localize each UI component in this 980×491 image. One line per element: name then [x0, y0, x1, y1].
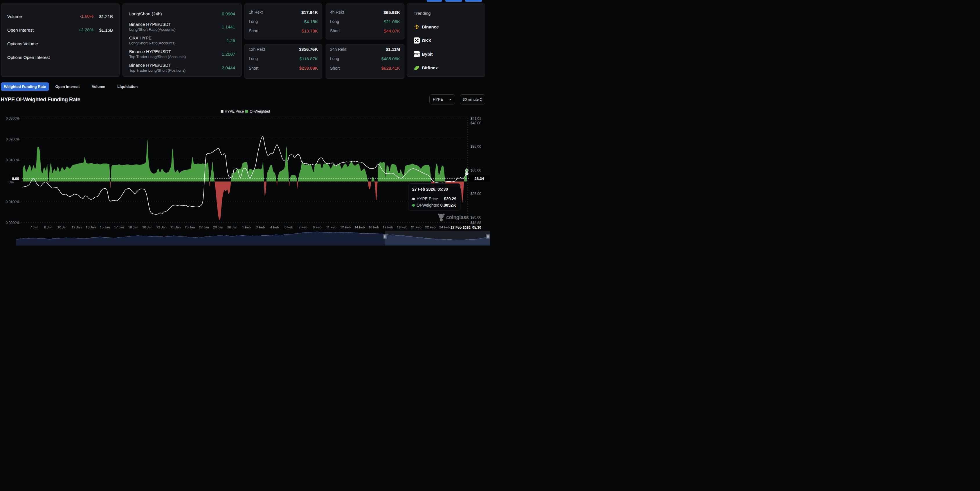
svg-text:1 Feb: 1 Feb: [242, 226, 250, 229]
svg-text:0.0200%: 0.0200%: [6, 137, 20, 141]
svg-text:9 Feb: 9 Feb: [313, 226, 321, 229]
svg-text:4 Feb: 4 Feb: [270, 226, 279, 229]
svg-text:10 Jan: 10 Jan: [57, 226, 68, 229]
svg-text:0.00: 0.00: [12, 177, 19, 181]
svg-text:$30.00: $30.00: [471, 168, 481, 172]
svg-text:$35.00: $35.00: [471, 145, 481, 149]
svg-text:28 Jan: 28 Jan: [213, 226, 223, 229]
svg-text:$40.00: $40.00: [471, 121, 481, 125]
svg-text:14 Feb: 14 Feb: [355, 226, 365, 229]
svg-text:27 Feb 2026, 05:30: 27 Feb 2026, 05:30: [450, 226, 481, 230]
svg-text:15 Jan: 15 Jan: [100, 226, 110, 229]
svg-text:16 Feb: 16 Feb: [369, 226, 379, 229]
svg-text:17 Feb: 17 Feb: [383, 226, 393, 229]
svg-text:22 Feb: 22 Feb: [425, 226, 436, 229]
svg-text:$25.00: $25.00: [471, 192, 481, 196]
svg-text:17 Jan: 17 Jan: [114, 226, 124, 229]
svg-text:12 Feb: 12 Feb: [340, 226, 351, 229]
svg-text:23 Jan: 23 Jan: [171, 226, 181, 229]
svg-text:19 Feb: 19 Feb: [397, 226, 407, 229]
svg-text:$20.00: $20.00: [471, 215, 481, 219]
svg-text:2 Feb: 2 Feb: [256, 226, 265, 229]
svg-text:-0.0200%: -0.0200%: [5, 221, 20, 225]
svg-text:22 Jan: 22 Jan: [156, 226, 167, 229]
svg-text:8 Jan: 8 Jan: [44, 226, 52, 229]
svg-text:6 Feb: 6 Feb: [285, 226, 293, 229]
svg-text:0.0300%: 0.0300%: [6, 116, 20, 121]
svg-text:18 Jan: 18 Jan: [128, 226, 138, 229]
svg-text:13 Jan: 13 Jan: [86, 226, 96, 229]
svg-text:12 Jan: 12 Jan: [72, 226, 82, 229]
svg-text:24 Feb: 24 Feb: [439, 226, 450, 229]
svg-text:20 Jan: 20 Jan: [142, 226, 153, 229]
svg-text:25 Jan: 25 Jan: [185, 226, 195, 229]
svg-text:11 Feb: 11 Feb: [326, 226, 336, 229]
svg-text:30 Jan: 30 Jan: [227, 226, 237, 229]
svg-text:-0.0100%: -0.0100%: [5, 200, 20, 204]
svg-text:7 Jan: 7 Jan: [30, 226, 38, 229]
svg-text:7 Feb: 7 Feb: [299, 226, 307, 229]
svg-text:27 Jan: 27 Jan: [199, 226, 209, 229]
svg-text:28.34: 28.34: [475, 176, 484, 181]
svg-text:$41.01: $41.01: [471, 117, 481, 121]
svg-text:0.0100%: 0.0100%: [6, 158, 20, 162]
svg-text:HYPE Price: HYPE Price: [225, 110, 244, 113]
svg-text:OI-Weighted: OI-Weighted: [250, 110, 270, 113]
svg-text:$18.88: $18.88: [471, 221, 481, 225]
svg-text:coinglass: coinglass: [446, 215, 469, 220]
svg-text:21 Feb: 21 Feb: [411, 226, 422, 229]
